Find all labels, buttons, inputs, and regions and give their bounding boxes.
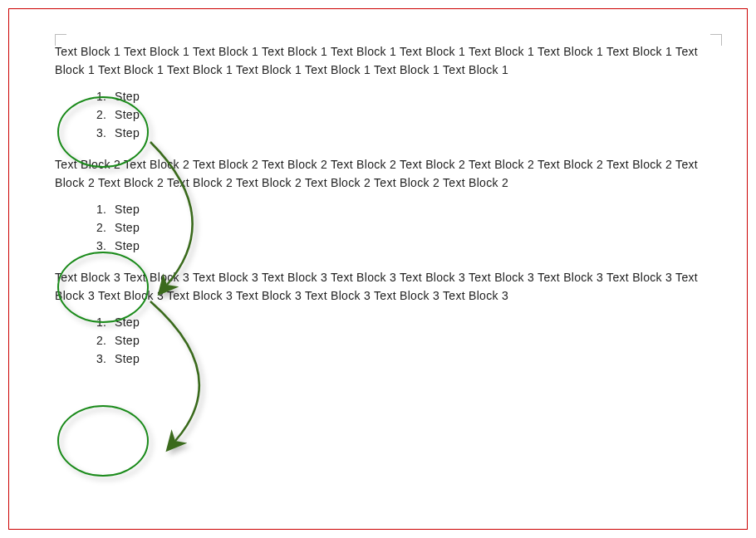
document-frame: Text Block 1 Text Block 1 Text Block 1 T… bbox=[8, 8, 748, 530]
list-item: 3.Step bbox=[96, 124, 722, 142]
list-item: 2.Step bbox=[96, 331, 722, 350]
text-block-2: Text Block 2 Text Block 2 Text Block 2 T… bbox=[55, 155, 722, 255]
step-list: 1.Step 2.Step 3.Step bbox=[96, 200, 722, 255]
list-item: 1.Step bbox=[96, 313, 722, 331]
list-item: 1.Step bbox=[96, 200, 722, 218]
step-list: 1.Step 2.Step 3.Step bbox=[96, 313, 722, 368]
list-item: 3.Step bbox=[96, 237, 722, 255]
list-item: 2.Step bbox=[96, 105, 722, 124]
paragraph: Text Block 1 Text Block 1 Text Block 1 T… bbox=[55, 42, 722, 79]
list-item: 2.Step bbox=[96, 218, 722, 237]
circle-annotation-3 bbox=[58, 406, 148, 476]
text-block-3: Text Block 3 Text Block 3 Text Block 3 T… bbox=[55, 268, 722, 368]
text-block-1: Text Block 1 Text Block 1 Text Block 1 T… bbox=[55, 42, 722, 142]
list-item: 3.Step bbox=[96, 350, 722, 368]
margin-mark-top-right bbox=[710, 34, 722, 46]
margin-mark-top-left bbox=[55, 34, 66, 46]
paragraph: Text Block 2 Text Block 2 Text Block 2 T… bbox=[55, 155, 722, 192]
step-list: 1.Step 2.Step 3.Step bbox=[96, 87, 722, 142]
list-item: 1.Step bbox=[96, 87, 722, 105]
paragraph: Text Block 3 Text Block 3 Text Block 3 T… bbox=[55, 268, 722, 305]
